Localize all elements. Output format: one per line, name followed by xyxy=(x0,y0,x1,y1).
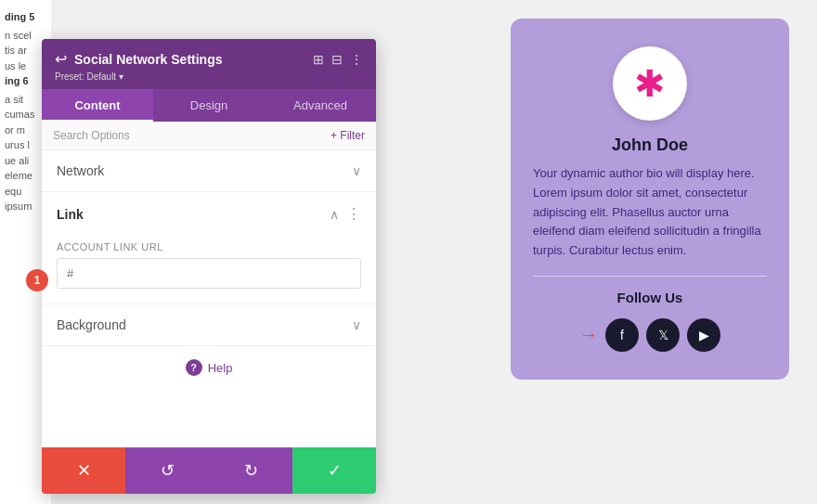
link-section-header[interactable]: Link ∧ ⋮ xyxy=(42,192,376,236)
left-text-line: ue ali xyxy=(5,153,46,169)
link-section-icons: ∧ ⋮ xyxy=(330,205,361,223)
arrow-right-icon: → xyxy=(579,324,598,345)
undo-icon: ↺ xyxy=(161,460,175,481)
save-icon: ✓ xyxy=(328,460,342,481)
author-name: John Doe xyxy=(612,136,688,155)
network-section: Network ∨ xyxy=(42,150,376,192)
columns-icon[interactable]: ⊟ xyxy=(331,52,343,67)
link-section: Link ∧ ⋮ Account Link URL xyxy=(42,192,376,304)
twitter-button[interactable]: 𝕏 xyxy=(646,318,680,352)
more-icon[interactable]: ⋮ xyxy=(350,52,363,67)
social-row: → f 𝕏 ▶ xyxy=(579,318,720,352)
preview-card: ✱ John Doe Your dynamic author bio will … xyxy=(511,19,789,380)
account-link-label: Account Link URL xyxy=(57,241,361,252)
background-section-header[interactable]: Background ∨ xyxy=(42,304,376,345)
help-label: Help xyxy=(208,361,233,375)
network-section-title: Network xyxy=(57,163,104,178)
panel-title: Social Network Settings xyxy=(74,52,222,67)
network-section-icons: ∨ xyxy=(352,163,361,178)
grid-icon[interactable]: ⊞ xyxy=(313,52,324,67)
search-options-label: Search Options xyxy=(53,129,130,142)
divider xyxy=(533,276,767,277)
asterisk-icon: ✱ xyxy=(634,65,666,102)
facebook-button[interactable]: f xyxy=(605,318,639,352)
tab-design[interactable]: Design xyxy=(153,89,265,122)
heading-6: ing 6 xyxy=(5,73,46,89)
background-section-title: Background xyxy=(57,317,126,332)
back-arrow-icon[interactable]: ↩ xyxy=(55,50,67,68)
left-text-line: us le xyxy=(5,58,46,74)
cancel-button[interactable]: ✕ xyxy=(42,447,125,494)
panel-body: Network ∨ Link ∧ ⋮ Account Link URL xyxy=(42,150,376,447)
network-section-header[interactable]: Network ∨ xyxy=(42,150,376,191)
left-text-line: eleme xyxy=(5,168,46,184)
header-icons: ⊞ ⊟ ⋮ xyxy=(313,52,363,67)
left-text-line: cumas xyxy=(5,107,46,123)
left-text-line: urus l xyxy=(5,137,46,153)
account-link-input[interactable] xyxy=(57,258,361,289)
search-bar: Search Options + Filter xyxy=(42,122,376,150)
author-bio: Your dynamic author bio will display her… xyxy=(533,164,767,261)
filter-button[interactable]: + Filter xyxy=(331,129,365,142)
background-section-icons: ∨ xyxy=(352,317,361,332)
background-section: Background ∨ xyxy=(42,304,376,346)
panel-tabs: Content Design Advanced xyxy=(42,89,376,122)
left-text-line: a sit xyxy=(5,92,46,108)
left-text-line: n scel xyxy=(5,28,46,44)
youtube-button[interactable]: ▶ xyxy=(687,318,720,352)
chevron-down-icon: ∨ xyxy=(352,317,361,332)
avatar: ✱ xyxy=(613,46,687,121)
left-text-line: or m xyxy=(5,123,46,138)
chevron-up-icon: ∧ xyxy=(330,207,339,222)
filter-label: + Filter xyxy=(331,129,365,142)
link-section-title: Link xyxy=(57,207,84,222)
tab-advanced[interactable]: Advanced xyxy=(265,89,376,122)
save-button[interactable]: ✓ xyxy=(292,447,376,494)
settings-panel: ↩ Social Network Settings ⊞ ⊟ ⋮ Preset: … xyxy=(42,39,376,494)
left-text-line: ipsum xyxy=(5,199,46,214)
redo-icon: ↻ xyxy=(244,460,258,481)
redo-button[interactable]: ↻ xyxy=(209,447,292,494)
left-text-line: equ xyxy=(5,184,46,200)
help-row[interactable]: ? Help xyxy=(42,346,376,389)
panel-header: ↩ Social Network Settings ⊞ ⊟ ⋮ Preset: … xyxy=(42,39,376,89)
link-section-body: Account Link URL xyxy=(42,236,376,304)
cancel-icon: ✕ xyxy=(77,460,91,481)
panel-footer: ✕ ↺ ↻ ✓ xyxy=(42,447,376,494)
heading-5: ding 5 xyxy=(5,9,46,25)
follow-us-label: Follow Us xyxy=(617,290,683,305)
preset-selector[interactable]: Preset: Default ▾ xyxy=(55,71,363,82)
tab-content[interactable]: Content xyxy=(42,89,153,122)
help-icon: ? xyxy=(186,359,202,376)
chevron-down-icon: ∨ xyxy=(352,163,361,178)
number-badge: 1 xyxy=(26,269,48,291)
left-text-line: tis ar xyxy=(5,43,46,58)
link-more-icon[interactable]: ⋮ xyxy=(346,205,361,223)
undo-button[interactable]: ↺ xyxy=(125,447,209,494)
